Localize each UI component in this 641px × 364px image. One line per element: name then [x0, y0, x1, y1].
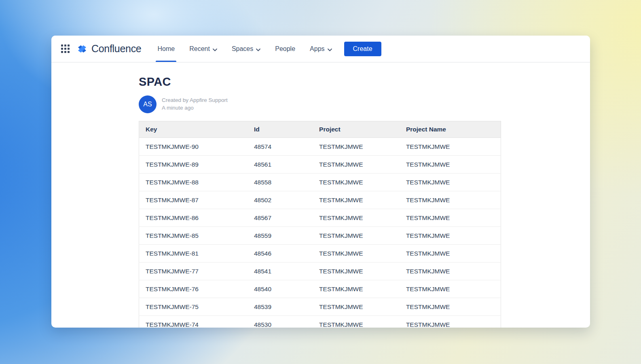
- table-cell: TESTMKJMWE: [313, 245, 400, 262]
- avatar[interactable]: AS: [139, 95, 157, 113]
- table-cell: TESTMKJMWE: [400, 156, 501, 174]
- app-switcher-icon[interactable]: [61, 44, 70, 53]
- table-cell: TESTMKJMWE-81: [139, 245, 248, 262]
- table-cell: 48541: [248, 262, 313, 280]
- confluence-logo[interactable]: Confluence: [77, 43, 141, 55]
- table-cell: 48539: [248, 298, 313, 316]
- table-cell: 48559: [248, 227, 313, 245]
- nav-item-recent[interactable]: Recent: [189, 36, 217, 62]
- nav-item-spaces[interactable]: Spaces: [232, 36, 260, 62]
- table-cell: TESTMKJMWE: [400, 316, 501, 328]
- table-cell: TESTMKJMWE-76: [139, 280, 248, 298]
- nav-item-apps[interactable]: Apps: [310, 36, 332, 62]
- created-by-text: Created by Appfire Support: [162, 97, 228, 104]
- table-row: TESTMKJMWE-7748541TESTMKJMWETESTMKJMWE: [139, 262, 501, 280]
- confluence-wordmark: Confluence: [91, 43, 141, 55]
- nav-item-label: Apps: [310, 45, 324, 53]
- table-row: TESTMKJMWE-8748502TESTMKJMWETESTMKJMWE: [139, 191, 501, 209]
- table-row: TESTMKJMWE-8948561TESTMKJMWETESTMKJMWE: [139, 156, 501, 174]
- table-cell: 48567: [248, 209, 313, 227]
- table-cell: 48530: [248, 316, 313, 328]
- table-cell: TESTMKJMWE: [313, 316, 400, 328]
- table-cell: 48561: [248, 156, 313, 174]
- confluence-logo-icon: [77, 44, 87, 54]
- table-cell: TESTMKJMWE: [313, 138, 400, 156]
- table-cell: TESTMKJMWE: [313, 298, 400, 316]
- page-title: SPAC: [139, 75, 590, 89]
- chevron-down-icon: [213, 46, 217, 53]
- table-cell: TESTMKJMWE-85: [139, 227, 248, 245]
- table-cell: TESTMKJMWE-88: [139, 174, 248, 191]
- table-row: TESTMKJMWE-8148546TESTMKJMWETESTMKJMWE: [139, 245, 501, 262]
- table-cell: TESTMKJMWE: [313, 191, 400, 209]
- table-cell: TESTMKJMWE-86: [139, 209, 248, 227]
- table-row: TESTMKJMWE-8848558TESTMKJMWETESTMKJMWE: [139, 174, 501, 191]
- chevron-down-icon: [256, 46, 260, 53]
- table-cell: TESTMKJMWE: [400, 298, 501, 316]
- timestamp-text: A minute ago: [162, 104, 228, 112]
- column-header-project-name: Project Name: [400, 121, 501, 138]
- table-cell: TESTMKJMWE-87: [139, 191, 248, 209]
- issues-table: KeyIdProjectProject Name TESTMKJMWE-9048…: [139, 121, 501, 328]
- active-tab-underline: [156, 61, 176, 62]
- create-button[interactable]: Create: [344, 42, 381, 56]
- table-cell: TESTMKJMWE: [400, 191, 501, 209]
- table-cell: TESTMKJMWE-89: [139, 156, 248, 174]
- column-header-id: Id: [248, 121, 313, 138]
- table-cell: TESTMKJMWE-90: [139, 138, 248, 156]
- nav-item-label: Home: [157, 45, 175, 53]
- table-cell: TESTMKJMWE: [400, 262, 501, 280]
- nav-item-label: Spaces: [232, 45, 253, 53]
- top-navbar: Confluence HomeRecentSpacesPeopleApps Cr…: [51, 36, 590, 63]
- table-cell: TESTMKJMWE: [313, 262, 400, 280]
- nav-item-home[interactable]: Home: [157, 36, 175, 62]
- table-cell: 48558: [248, 174, 313, 191]
- nav-item-label: Recent: [189, 45, 210, 53]
- table-row: TESTMKJMWE-8648567TESTMKJMWETESTMKJMWE: [139, 209, 501, 227]
- column-header-project: Project: [313, 121, 400, 138]
- chevron-down-icon: [328, 46, 332, 53]
- table-row: TESTMKJMWE-9048574TESTMKJMWETESTMKJMWE: [139, 138, 501, 156]
- byline-text: Created by Appfire Support A minute ago: [162, 97, 228, 112]
- table-cell: TESTMKJMWE-74: [139, 316, 248, 328]
- table-cell: TESTMKJMWE: [400, 209, 501, 227]
- table-row: TESTMKJMWE-7448530TESTMKJMWETESTMKJMWE: [139, 316, 501, 328]
- table-cell: TESTMKJMWE: [400, 245, 501, 262]
- table-cell: TESTMKJMWE: [313, 227, 400, 245]
- table-cell: TESTMKJMWE: [400, 138, 501, 156]
- table-row: TESTMKJMWE-7548539TESTMKJMWETESTMKJMWE: [139, 298, 501, 316]
- table-cell: TESTMKJMWE: [313, 209, 400, 227]
- table-row: TESTMKJMWE-8548559TESTMKJMWETESTMKJMWE: [139, 227, 501, 245]
- table-cell: TESTMKJMWE: [313, 174, 400, 191]
- table-row: TESTMKJMWE-7648540TESTMKJMWETESTMKJMWE: [139, 280, 501, 298]
- table-cell: TESTMKJMWE: [400, 280, 501, 298]
- table-cell: TESTMKJMWE-75: [139, 298, 248, 316]
- page-content: SPAC AS Created by Appfire Support A min…: [51, 63, 590, 328]
- nav-item-people[interactable]: People: [275, 36, 295, 62]
- table-cell: TESTMKJMWE-77: [139, 262, 248, 280]
- table-cell: TESTMKJMWE: [400, 227, 501, 245]
- main-nav: HomeRecentSpacesPeopleApps: [157, 36, 332, 62]
- table-cell: 48540: [248, 280, 313, 298]
- table-cell: 48502: [248, 191, 313, 209]
- table-cell: 48574: [248, 138, 313, 156]
- confluence-window: Confluence HomeRecentSpacesPeopleApps Cr…: [51, 36, 590, 328]
- byline: AS Created by Appfire Support A minute a…: [139, 95, 590, 113]
- column-header-key: Key: [139, 121, 248, 138]
- table-cell: 48546: [248, 245, 313, 262]
- desktop-background: Confluence HomeRecentSpacesPeopleApps Cr…: [0, 0, 641, 364]
- table-header: KeyIdProjectProject Name: [139, 121, 501, 138]
- table-cell: TESTMKJMWE: [400, 174, 501, 191]
- table-cell: TESTMKJMWE: [313, 156, 400, 174]
- nav-item-label: People: [275, 45, 295, 53]
- table-cell: TESTMKJMWE: [313, 280, 400, 298]
